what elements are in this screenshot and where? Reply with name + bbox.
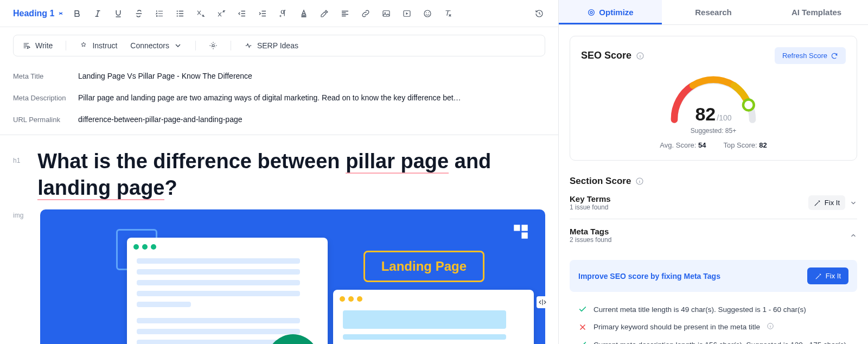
video-button[interactable] bbox=[399, 5, 415, 22]
callout-text: Improve SEO score by fixing Meta Tags bbox=[578, 272, 720, 281]
meta-title-row[interactable]: Meta Title Landing Page Vs Pillar Page -… bbox=[13, 65, 545, 87]
fix-key-terms-button[interactable]: Fix It bbox=[808, 195, 845, 210]
check-icon bbox=[578, 305, 587, 314]
refresh-score-button[interactable]: Refresh Score bbox=[775, 47, 846, 64]
meta-permalink-value: difference-between-pillar-page-and-landi… bbox=[78, 115, 545, 124]
strikethrough-button[interactable] bbox=[131, 5, 147, 22]
meta-title-value: Landing Page Vs Pillar Page - Know The D… bbox=[78, 72, 545, 80]
meta-tags-name: Meta Tags bbox=[570, 227, 611, 236]
key-terms-issues: 1 issue found bbox=[570, 203, 611, 211]
meta-tags-issues: 2 issues found bbox=[570, 236, 611, 244]
outdent-button[interactable] bbox=[234, 5, 250, 22]
connectors-action[interactable]: Connectors bbox=[130, 41, 182, 50]
divider bbox=[231, 41, 231, 50]
bold-button[interactable] bbox=[69, 5, 85, 22]
issue-row: Current meta description length is 156 c… bbox=[570, 336, 857, 344]
score-value: 82 bbox=[695, 104, 716, 124]
tab-ai-templates[interactable]: AI Templates bbox=[765, 0, 868, 24]
meta-permalink-row[interactable]: URL Permalink difference-between-pillar-… bbox=[13, 109, 545, 130]
issue-text: Primary keyword should be present in the… bbox=[593, 323, 760, 331]
chevron-up-icon[interactable] bbox=[850, 232, 857, 239]
landing-page-card bbox=[333, 290, 534, 344]
heading-select[interactable]: Heading 1 bbox=[11, 7, 65, 20]
tab-research[interactable]: Research bbox=[662, 0, 765, 24]
italic-button[interactable] bbox=[90, 5, 106, 22]
cross-icon bbox=[578, 323, 587, 332]
highlight-button[interactable] bbox=[316, 5, 333, 22]
text-color-button[interactable] bbox=[296, 5, 312, 22]
format-toolbar: Heading 1 bbox=[0, 0, 558, 27]
link-button[interactable] bbox=[358, 5, 374, 22]
seo-score-title: SEO Score bbox=[581, 50, 644, 61]
instruct-action[interactable]: Instruct bbox=[79, 41, 117, 50]
keyword-2: landing page bbox=[37, 176, 164, 200]
brand-logo-icon bbox=[512, 222, 530, 241]
svg-point-14 bbox=[589, 9, 595, 15]
section-meta-tags[interactable]: Meta Tags 2 issues found bbox=[570, 219, 857, 251]
svg-rect-3 bbox=[302, 16, 307, 17]
underline-button[interactable] bbox=[110, 5, 126, 22]
key-terms-name: Key Terms bbox=[570, 194, 611, 203]
svg-point-1 bbox=[177, 12, 178, 14]
serp-ideas-action[interactable]: SERP Ideas bbox=[244, 41, 298, 50]
svg-point-15 bbox=[590, 11, 592, 14]
landing-page-badge: Landing Page bbox=[363, 251, 484, 282]
avg-score: Avg. Score: 54 bbox=[660, 141, 706, 149]
svg-point-8 bbox=[426, 12, 427, 13]
image-button[interactable] bbox=[378, 5, 394, 22]
meta-desc-label: Meta Description bbox=[13, 94, 78, 102]
meta-desc-row[interactable]: Meta Description Pillar page and landing… bbox=[13, 87, 545, 109]
pane-resize-handle[interactable] bbox=[537, 296, 548, 308]
clear-format-button[interactable] bbox=[440, 5, 456, 22]
h1-tag-label: h1 bbox=[13, 148, 28, 164]
history-button[interactable] bbox=[531, 5, 547, 22]
img-tag-label: img bbox=[13, 209, 30, 219]
document-image[interactable]: Landing Page VS bbox=[40, 209, 545, 344]
fix-meta-tags-button[interactable]: Fix It bbox=[807, 267, 848, 284]
info-icon[interactable] bbox=[636, 52, 644, 60]
wand-icon bbox=[814, 199, 821, 207]
info-icon[interactable] bbox=[767, 322, 774, 332]
settings-action[interactable] bbox=[209, 41, 218, 50]
issue-text: Current meta title length is 49 char(s).… bbox=[593, 305, 806, 314]
write-action[interactable]: Write bbox=[22, 41, 53, 50]
wand-icon bbox=[815, 272, 822, 280]
issue-row: Primary keyword should be present in the… bbox=[570, 318, 857, 336]
meta-desc-value: Pillar page and landing page are two ama… bbox=[78, 93, 545, 102]
unordered-list-button[interactable] bbox=[172, 5, 188, 22]
write-label: Write bbox=[35, 41, 53, 50]
meta-tags-callout: Improve SEO score by fixing Meta Tags Fi… bbox=[570, 260, 857, 292]
score-of: /100 bbox=[717, 113, 731, 122]
paragraph-direction-button[interactable] bbox=[275, 5, 291, 22]
align-button[interactable] bbox=[337, 5, 353, 22]
divider bbox=[195, 41, 196, 50]
suggested-score: Suggested: 85+ bbox=[691, 127, 736, 135]
pillar-page-card bbox=[127, 238, 328, 344]
meta-title-label: Meta Title bbox=[13, 72, 78, 80]
serp-ideas-label: SERP Ideas bbox=[257, 41, 298, 50]
subscript-button[interactable] bbox=[193, 5, 209, 22]
indent-button[interactable] bbox=[254, 5, 271, 22]
section-key-terms[interactable]: Key Terms 1 issue found Fix It bbox=[570, 187, 857, 219]
instruct-label: Instruct bbox=[92, 41, 117, 50]
connectors-label: Connectors bbox=[130, 41, 169, 50]
info-icon[interactable] bbox=[635, 177, 644, 186]
seo-score-card: SEO Score Refresh Score bbox=[570, 36, 857, 161]
ordered-list-button[interactable] bbox=[151, 5, 168, 22]
keyword-1: pillar page bbox=[346, 150, 449, 174]
meta-permalink-label: URL Permalink bbox=[13, 116, 78, 124]
tab-optimize[interactable]: Optimize bbox=[559, 0, 662, 24]
issues-list: Current meta title length is 49 char(s).… bbox=[570, 301, 857, 344]
panel-content: SEO Score Refresh Score bbox=[559, 25, 868, 344]
superscript-button[interactable] bbox=[213, 5, 229, 22]
heading-select-wrap[interactable]: Heading 1 bbox=[11, 7, 65, 20]
meta-block: Meta Title Landing Page Vs Pillar Page -… bbox=[0, 56, 558, 135]
check-icon bbox=[578, 340, 587, 344]
document-h1[interactable]: What is the difference between pillar pa… bbox=[37, 148, 545, 202]
section-score-title: Section Score bbox=[570, 176, 857, 187]
score-gauge: 82/100 bbox=[665, 71, 762, 119]
emoji-button[interactable] bbox=[419, 5, 436, 22]
chevron-down-icon[interactable] bbox=[850, 199, 857, 207]
divider bbox=[66, 41, 66, 50]
issue-row: Current meta title length is 49 char(s).… bbox=[570, 301, 857, 318]
